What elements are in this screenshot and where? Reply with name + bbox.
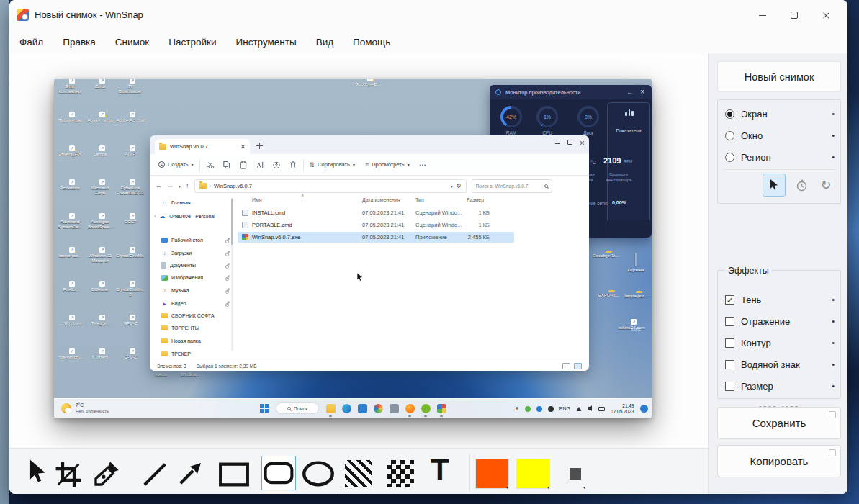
- effect-options-bullet[interactable]: •: [832, 360, 835, 369]
- search-placeholder: Поиск в: WinSnap.v6.0.7: [476, 184, 541, 189]
- nav-scrollbar-thumb: [231, 199, 233, 245]
- downloads-icon: ↓: [161, 250, 168, 256]
- new-snapshot-header[interactable]: Новый снимок: [717, 61, 841, 92]
- chevron-down-icon[interactable]: ▾: [506, 485, 508, 490]
- rectangle-tool-button[interactable]: [217, 460, 251, 489]
- tray-time: 21:49: [611, 403, 634, 409]
- chevron-down-icon: ▾: [353, 162, 355, 167]
- mode-window-row[interactable]: Окно •: [725, 126, 835, 145]
- mode-options-bullet[interactable]: •: [832, 153, 835, 161]
- rounded-rectangle-tool-button[interactable]: [261, 456, 296, 490]
- desktop-icon: uTorrent: [86, 354, 114, 386]
- save-option-checkbox[interactable]: [829, 411, 836, 418]
- menu-item-file[interactable]: Файл: [19, 37, 43, 48]
- tray-app-icon: [536, 406, 542, 412]
- nav-item-downloads: ↓Загрузки: [153, 248, 230, 258]
- maximize-button[interactable]: [778, 4, 810, 26]
- effect-options-bullet[interactable]: •: [832, 295, 835, 304]
- effect-size-row[interactable]: Размер •: [725, 377, 835, 395]
- desktop-icon: Lampa: [86, 150, 114, 183]
- radio-window[interactable]: [725, 131, 734, 140]
- mode-screen-row[interactable]: Экран •: [725, 104, 835, 123]
- mode-options-bullet[interactable]: •: [832, 131, 835, 140]
- nav-item-folder: ТРЕКЕР: [153, 348, 230, 359]
- menu-item-settings[interactable]: Настройки: [168, 37, 216, 48]
- checkbox-watermark[interactable]: [725, 360, 734, 369]
- timer-capture-button[interactable]: [790, 174, 813, 197]
- fill-color-swatch[interactable]: [476, 459, 508, 488]
- menu-item-help[interactable]: Помощь: [353, 37, 390, 48]
- title-bar[interactable]: Новый снимок - WinSnap: [9, 0, 847, 30]
- desktop-icon: AIMP: [116, 150, 145, 183]
- desktop-icon: Drivers_FIX: [55, 150, 84, 183]
- desktop-icon: EXPO-III...: [594, 292, 623, 324]
- radio-region[interactable]: [725, 153, 734, 162]
- checkbox-shadow[interactable]: ✓: [725, 295, 734, 305]
- effect-watermark-row[interactable]: Водяной знак •: [725, 355, 835, 374]
- mode-options-bullet[interactable]: •: [832, 109, 835, 118]
- repeat-capture-button[interactable]: ↻: [814, 174, 837, 197]
- items-count: Элементов: 3: [157, 364, 186, 369]
- mode-region-row[interactable]: Регион •: [725, 148, 835, 166]
- minimize-button[interactable]: [747, 4, 778, 26]
- metrics-tab-icon: [625, 109, 634, 116]
- desktop-icon: Advanced SystemCa...: [55, 218, 84, 251]
- line-icon: [141, 461, 168, 488]
- select-tool-button[interactable]: [19, 456, 51, 487]
- effect-options-bullet[interactable]: •: [832, 338, 835, 347]
- menu-bar: Файл Правка Снимок Настройки Инструменты…: [9, 30, 698, 53]
- effect-outline-row[interactable]: Контур •: [725, 333, 835, 352]
- menu-item-edit[interactable]: Правка: [63, 37, 96, 48]
- chevron-down-icon[interactable]: ▾: [583, 485, 585, 490]
- capture-mode-group: Экран • Окно • Регион • ↻: [717, 99, 841, 204]
- pen-tool-button[interactable]: [90, 457, 123, 490]
- close-button[interactable]: [810, 4, 842, 26]
- desktop-icon: Firefox: [55, 286, 84, 318]
- pixelate-tool-button[interactable]: [387, 460, 414, 487]
- cursor-capture-button[interactable]: [763, 174, 786, 197]
- effect-reflection-row[interactable]: Отражение •: [725, 312, 835, 330]
- checkbox-size[interactable]: [725, 382, 734, 391]
- desktop-icon: CyberLink PowerDVD 22: [116, 184, 145, 217]
- explorer-minimize-icon: [555, 143, 560, 144]
- radio-screen[interactable]: [725, 109, 734, 119]
- desktop-icon: Microsoft Edge: [86, 184, 114, 217]
- menu-item-tools[interactable]: Инструменты: [235, 37, 296, 48]
- copy-button[interactable]: Копировать: [717, 445, 841, 477]
- documents-icon: [161, 262, 166, 269]
- cmd-file-icon: [242, 210, 248, 216]
- disk-gauge: 0%: [577, 106, 599, 127]
- effect-shadow-row[interactable]: ✓ Тень •: [725, 290, 835, 309]
- save-button[interactable]: Сохранить: [717, 407, 841, 439]
- file-row-selected: WinSnap.v6.0.7.exe 07.05.2023 21:41 Прил…: [238, 232, 514, 243]
- nav-item-pictures: Изображения: [153, 272, 230, 283]
- desktop-icon: KINOvokino24.com: [617, 324, 646, 356]
- desktop-icon: OCCT: [116, 218, 145, 251]
- line-tool-button[interactable]: [139, 459, 171, 490]
- ellipse-tool-button[interactable]: [300, 459, 336, 489]
- menu-item-capture[interactable]: Снимок: [115, 37, 149, 48]
- nav-item-music: ♪Музыка: [153, 285, 230, 296]
- taskbar-search: Поиск: [276, 402, 319, 414]
- checkbox-outline[interactable]: [725, 338, 734, 348]
- hatch-tool-button[interactable]: [345, 460, 372, 487]
- explorer-address-bar: ← → ▾ ↑ › WinSnap.v6.0.7 ▾ ↻ Поиск в: Wi…: [150, 176, 589, 196]
- chevron-down-icon[interactable]: ▾: [547, 485, 549, 490]
- app-icon: [390, 404, 399, 413]
- temp-unit: °C: [590, 160, 596, 165]
- line-width-swatch[interactable]: [570, 468, 581, 480]
- copy-option-checkbox[interactable]: [829, 449, 836, 456]
- captured-screenshot[interactable]: Этот компьютер Zona TV Downloader Параме…: [54, 79, 652, 418]
- effect-options-bullet[interactable]: •: [832, 317, 835, 325]
- checkbox-reflection[interactable]: [725, 317, 734, 326]
- text-tool-button[interactable]: T: [431, 456, 449, 485]
- monitor-close-icon: ×: [640, 88, 644, 96]
- desktop-icon: Goodbye-D...: [354, 81, 382, 113]
- effect-options-bullet[interactable]: •: [832, 382, 835, 390]
- outline-color-swatch[interactable]: [517, 459, 549, 488]
- pin-icon: [225, 275, 230, 280]
- crop-tool-button[interactable]: [53, 459, 84, 490]
- arrow-tool-button[interactable]: [174, 457, 207, 490]
- ram-gauge: 42%: [500, 106, 522, 127]
- menu-item-view[interactable]: Вид: [316, 37, 333, 48]
